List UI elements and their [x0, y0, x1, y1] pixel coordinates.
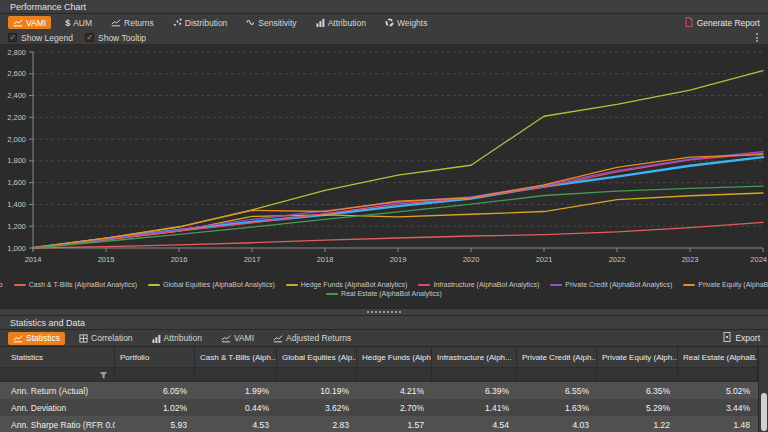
vami-chart-svg[interactable]: 1,0001,2001,4001,6001,8002,0002,2002,400…	[0, 44, 768, 276]
legend-label: Cash & T-Bills (AlphaBot Analytics)	[29, 281, 137, 288]
cell-value: 6.05%	[115, 382, 195, 399]
legend-row: PortfolioCash & T-Bills (AlphaBot Analyt…	[0, 281, 768, 288]
legend-item[interactable]: Cash & T-Bills (AlphaBot Analytics)	[14, 281, 137, 288]
filter-cell[interactable]	[678, 368, 758, 382]
svg-text:1,800: 1,800	[7, 156, 26, 165]
statistics-grid: StatisticsPortfolioCash & T-Bills (Alph.…	[0, 347, 758, 432]
filter-cell[interactable]	[432, 368, 517, 382]
table-row[interactable]: Ann. Return (Actual)6.05%1.99%10.19%4.21…	[0, 382, 758, 399]
show-tooltip-checkbox[interactable]: ✓ Show Tooltip	[85, 33, 146, 43]
filter-cell[interactable]	[357, 368, 432, 382]
checkbox-check-icon: ✓	[85, 33, 94, 42]
funnel-icon[interactable]	[99, 366, 108, 384]
svg-text:2018: 2018	[317, 255, 334, 264]
legend-row: Real Estate (AlphaBot Analytics)	[326, 290, 442, 297]
column-header[interactable]: Infrastructure (Alph...	[432, 347, 517, 368]
tab-vami[interactable]: VAMI	[8, 16, 51, 29]
export-button[interactable]: Export	[723, 332, 760, 344]
cell-value: 4.21%	[357, 382, 432, 399]
table-row[interactable]: Ann. Sharpe Ratio (RFR 0.00...5.934.532.…	[0, 416, 758, 432]
column-header[interactable]: Global Equities (Alp...	[277, 347, 357, 368]
tab-vami-stats[interactable]: VAMI	[216, 332, 259, 345]
svg-text:2021: 2021	[536, 255, 553, 264]
column-header[interactable]: Portfolio	[115, 347, 195, 368]
svg-text:2,600: 2,600	[7, 69, 26, 78]
bars-icon	[152, 334, 161, 343]
column-header[interactable]: Private Credit (Alph...	[517, 347, 597, 368]
cell-value: 0.44%	[195, 399, 277, 416]
tab-attribution-stats[interactable]: Attribution	[147, 332, 207, 345]
cell-value: 1.02%	[115, 399, 195, 416]
svg-text:1,600: 1,600	[7, 178, 26, 187]
filter-cell[interactable]	[115, 368, 195, 382]
export-label: Export	[735, 333, 760, 343]
tab-statistics[interactable]: Statistics	[8, 332, 65, 345]
checkbox-check-icon: ✓	[8, 33, 17, 42]
splitter-grip-icon	[367, 311, 401, 313]
scatter-icon	[173, 18, 182, 27]
svg-text:2022: 2022	[609, 255, 626, 264]
vami-chart-area[interactable]: 1,0001,2001,4001,6001,8002,0002,2002,400…	[0, 44, 768, 308]
cell-value: 1.63%	[517, 399, 597, 416]
tab-distribution[interactable]: Distribution	[168, 16, 233, 29]
cell-value: 6.39%	[432, 382, 517, 399]
cell-value: 6.55%	[517, 382, 597, 399]
chart-panel-title: Performance Chart	[0, 0, 768, 14]
legend-label: Real Estate (AlphaBot Analytics)	[341, 290, 442, 297]
legend-item[interactable]: Infrastructure (AlphaBot Analytics)	[418, 281, 539, 288]
cell-value: 2.83	[277, 416, 357, 432]
stats-panel-title-text: Statistics and Data	[10, 318, 85, 328]
tab-label: Distribution	[185, 18, 228, 28]
chart-legend: PortfolioCash & T-Bills (AlphaBot Analyt…	[0, 281, 768, 297]
show-legend-checkbox[interactable]: ✓ Show Legend	[8, 33, 73, 43]
tab-weights[interactable]: Weights	[380, 16, 433, 29]
table-scrollbar[interactable]	[758, 347, 768, 432]
tab-sensitivity[interactable]: Sensitivity	[241, 16, 301, 29]
legend-item[interactable]: Private Equity (AlphaBot Analytics)	[683, 281, 768, 288]
statistics-table: StatisticsPortfolioCash & T-Bills (Alph.…	[0, 346, 768, 432]
column-header[interactable]: Statistics	[0, 347, 115, 368]
tab-label: Statistics	[26, 333, 60, 343]
cell-value: 1.48	[678, 416, 758, 432]
legend-swatch-icon	[148, 284, 160, 286]
scrollbar-thumb[interactable]	[761, 393, 767, 431]
svg-text:2023: 2023	[682, 255, 699, 264]
svg-text:2,400: 2,400	[7, 91, 26, 100]
kebab-menu-icon[interactable]	[756, 33, 760, 42]
legend-swatch-icon	[326, 293, 338, 295]
filter-cell[interactable]	[0, 368, 115, 382]
cell-value: 4.53	[195, 416, 277, 432]
legend-item[interactable]: Private Credit (AlphaBot Analytics)	[550, 281, 672, 288]
tab-adjusted-returns[interactable]: Adjusted Returns	[268, 332, 356, 345]
cell-value: 1.99%	[195, 382, 277, 399]
tab-attribution[interactable]: Attribution	[311, 16, 371, 29]
column-header[interactable]: Cash & T-Bills (Alph...	[195, 347, 277, 368]
filter-cell[interactable]	[597, 368, 678, 382]
svg-text:2,800: 2,800	[7, 48, 26, 57]
panel-splitter[interactable]	[0, 308, 768, 316]
tab-label: Weights	[397, 18, 428, 28]
legend-label: Hedge Funds (AlphaBot Analytics)	[301, 281, 408, 288]
svg-text:1,200: 1,200	[7, 222, 26, 231]
donut-icon	[385, 18, 394, 27]
line-chart-icon	[273, 334, 283, 343]
filter-cell[interactable]	[195, 368, 277, 382]
tab-returns[interactable]: Returns	[106, 16, 159, 29]
cell-value: 10.19%	[277, 382, 357, 399]
line-chart-icon	[13, 18, 23, 27]
column-header[interactable]: Private Equity (Alph...	[597, 347, 678, 368]
legend-item[interactable]: Portfolio	[0, 281, 3, 288]
stats-panel-title: Statistics and Data	[0, 316, 768, 330]
generate-report-button[interactable]: Generate Report	[685, 17, 760, 29]
tab-aum[interactable]: $ AUM	[60, 16, 97, 29]
column-header[interactable]: Hedge Funds (Alph...	[357, 347, 432, 368]
legend-item[interactable]: Real Estate (AlphaBot Analytics)	[326, 290, 442, 297]
show-tooltip-label: Show Tooltip	[98, 33, 146, 43]
table-row[interactable]: Ann. Deviation1.02%0.44%3.62%2.70%1.41%1…	[0, 399, 758, 416]
filter-cell[interactable]	[517, 368, 597, 382]
tab-correlation[interactable]: Correlation	[74, 332, 138, 345]
column-header[interactable]: Real Estate (AlphaB...	[678, 347, 758, 368]
legend-item[interactable]: Global Equities (AlphaBot Analytics)	[148, 281, 275, 288]
legend-item[interactable]: Hedge Funds (AlphaBot Analytics)	[286, 281, 408, 288]
filter-cell[interactable]	[277, 368, 357, 382]
